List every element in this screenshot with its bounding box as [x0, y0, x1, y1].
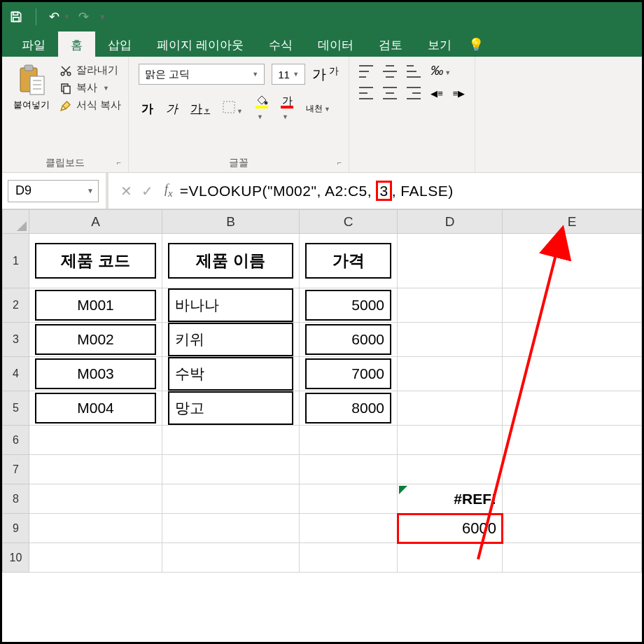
- cell[interactable]: 망고: [162, 391, 300, 426]
- cell[interactable]: 8000: [300, 391, 398, 426]
- font-color-button[interactable]: 가▼: [278, 94, 296, 124]
- tab-layout[interactable]: 페이지 레이아웃: [144, 31, 256, 57]
- cell[interactable]: 키위: [162, 323, 300, 357]
- indent-decrease-icon[interactable]: ◀≡: [430, 88, 443, 99]
- format-painter-button[interactable]: 서식 복사: [59, 99, 121, 112]
- cell[interactable]: 가격: [300, 234, 398, 288]
- cell[interactable]: [398, 543, 503, 573]
- copy-button[interactable]: 복사▼: [59, 81, 121, 94]
- cell[interactable]: [503, 323, 642, 357]
- font-name-select[interactable]: 맑은 고딕▼: [139, 64, 265, 85]
- row-header[interactable]: 10: [3, 543, 29, 573]
- align-left-icon[interactable]: [359, 87, 373, 99]
- row-header[interactable]: 9: [3, 514, 29, 543]
- indent-increase-icon[interactable]: ≡▶: [453, 88, 465, 99]
- border-button[interactable]: ▼: [220, 99, 246, 118]
- bold-button[interactable]: 가: [139, 99, 156, 118]
- row-header[interactable]: 8: [3, 484, 29, 514]
- cell[interactable]: M002: [29, 323, 162, 357]
- orientation-button[interactable]: ‰▼: [430, 64, 451, 78]
- cut-button[interactable]: 잘라내기: [59, 64, 121, 77]
- tab-file[interactable]: 파일: [9, 31, 58, 57]
- cell[interactable]: [29, 543, 162, 573]
- cell[interactable]: M004: [29, 391, 162, 426]
- row-header[interactable]: 7: [3, 455, 29, 484]
- row-header[interactable]: 5: [3, 391, 29, 426]
- fill-color-button[interactable]: ▼: [253, 93, 271, 124]
- align-bottom-icon[interactable]: [407, 65, 421, 78]
- align-right-icon[interactable]: [407, 87, 421, 99]
- tab-view[interactable]: 보기: [415, 31, 464, 57]
- cell[interactable]: [503, 514, 642, 543]
- cell[interactable]: [503, 234, 642, 288]
- cell[interactable]: [503, 391, 642, 426]
- cell[interactable]: M003: [29, 357, 162, 391]
- clipboard-launcher-icon[interactable]: ⌐: [117, 158, 121, 167]
- tab-home[interactable]: 홈: [58, 31, 95, 57]
- cell[interactable]: [398, 234, 503, 288]
- cell[interactable]: [29, 484, 162, 514]
- qat-customize[interactable]: ▼: [97, 13, 106, 21]
- accept-formula-icon[interactable]: ✓: [136, 183, 158, 200]
- cell[interactable]: [162, 426, 300, 455]
- cell[interactable]: [300, 514, 398, 543]
- cell[interactable]: [398, 357, 503, 391]
- cell[interactable]: 5000: [300, 288, 398, 323]
- cell[interactable]: [162, 484, 300, 514]
- redo-button[interactable]: ↷: [78, 9, 89, 24]
- col-header[interactable]: E: [503, 210, 642, 234]
- cell[interactable]: [29, 426, 162, 455]
- cell[interactable]: [398, 391, 503, 426]
- cell[interactable]: [300, 543, 398, 573]
- align-middle-icon[interactable]: [383, 65, 397, 78]
- italic-button[interactable]: 가: [163, 99, 181, 118]
- cell[interactable]: [503, 357, 642, 391]
- cell[interactable]: [503, 426, 642, 455]
- row-header[interactable]: 2: [3, 288, 29, 323]
- tellme-bulb-icon[interactable]: 💡: [464, 31, 488, 57]
- underline-button[interactable]: 가▼: [188, 99, 213, 118]
- cell[interactable]: 제품 이름: [162, 234, 300, 288]
- cell[interactable]: [398, 323, 503, 357]
- undo-button[interactable]: ↶▼: [49, 9, 70, 24]
- cell[interactable]: [503, 543, 642, 573]
- name-box[interactable]: D9▼: [8, 180, 99, 202]
- col-header[interactable]: B: [162, 210, 300, 234]
- cell[interactable]: [29, 514, 162, 543]
- tab-insert[interactable]: 삽입: [95, 31, 144, 57]
- grow-font-icon[interactable]: 가: [312, 65, 326, 84]
- select-all-corner[interactable]: [3, 210, 29, 234]
- cell[interactable]: M001: [29, 288, 162, 323]
- cell[interactable]: [162, 455, 300, 484]
- col-header[interactable]: A: [29, 210, 162, 234]
- cancel-formula-icon[interactable]: ✕: [115, 183, 136, 200]
- worksheet-grid[interactable]: A B C D E 1 제품 코드 제품 이름 가격 2 M001 바나나 50…: [2, 209, 642, 573]
- cell[interactable]: [162, 514, 300, 543]
- col-header[interactable]: D: [398, 210, 503, 234]
- cell[interactable]: [29, 455, 162, 484]
- cell[interactable]: 제품 코드: [29, 234, 162, 288]
- fx-icon[interactable]: fx: [158, 182, 180, 200]
- cell[interactable]: 수박: [162, 357, 300, 391]
- cell[interactable]: [398, 426, 503, 455]
- row-header[interactable]: 6: [3, 426, 29, 455]
- font-size-select[interactable]: 11▼: [272, 64, 305, 85]
- cell-d8[interactable]: #REF!: [398, 484, 503, 514]
- cell[interactable]: 7000: [300, 357, 398, 391]
- cell[interactable]: [398, 288, 503, 323]
- cell[interactable]: 바나나: [162, 288, 300, 323]
- paste-button[interactable]: 붙여넣기: [9, 61, 54, 154]
- tab-review[interactable]: 검토: [366, 31, 415, 57]
- cell[interactable]: [300, 484, 398, 514]
- font-resize[interactable]: 가 가: [312, 65, 339, 84]
- shrink-font-icon[interactable]: 가: [329, 65, 339, 84]
- cell-d9-active[interactable]: 6000: [398, 514, 503, 543]
- align-center-icon[interactable]: [383, 87, 397, 99]
- phonetic-button[interactable]: 내천▼: [303, 102, 333, 116]
- cell[interactable]: [503, 288, 642, 323]
- row-header[interactable]: 4: [3, 357, 29, 391]
- row-header[interactable]: 3: [3, 323, 29, 357]
- col-header[interactable]: C: [300, 210, 398, 234]
- cell[interactable]: [398, 455, 503, 484]
- font-launcher-icon[interactable]: ⌐: [337, 158, 342, 167]
